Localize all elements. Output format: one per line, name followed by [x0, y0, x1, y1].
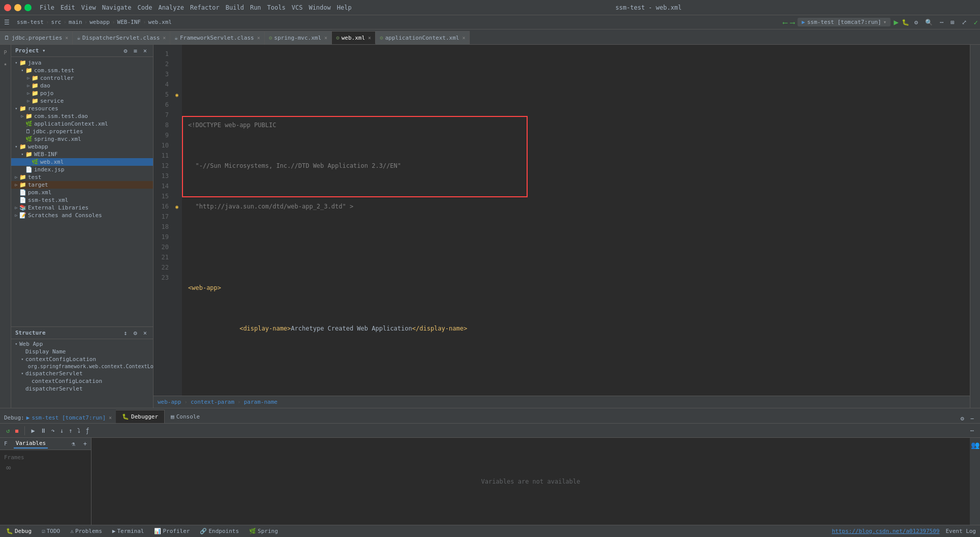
project-hide-icon[interactable]: × [141, 46, 149, 55]
bottom-tab-spring[interactable]: 🌿 Spring [247, 527, 280, 535]
breadcrumb-webinf[interactable]: WEB-INF [117, 19, 141, 25]
bottom-tab-profiler[interactable]: 📊 Profiler [152, 527, 192, 535]
debug-more-icon[interactable]: ⋯ [968, 426, 976, 435]
arrow-java[interactable]: ▾ [13, 61, 19, 65]
arrow-webinf[interactable]: ▾ [19, 152, 25, 157]
tree-webapp[interactable]: ▾ 📁 webapp [11, 143, 153, 151]
tree-appcontextxml[interactable]: ▷ 🌿 applicationContext.xml [11, 120, 153, 128]
struct-contextloaderlistener[interactable]: ▷ org.springframework.web.context.Contex… [11, 363, 153, 370]
fold-icon-5[interactable]: ◉ [175, 92, 178, 98]
project-vert-tab[interactable]: P [1, 47, 11, 57]
struct-dispatcher2[interactable]: ▷ dispatcherServlet [11, 385, 153, 393]
menu-run[interactable]: Run [250, 4, 261, 11]
menu-window[interactable]: Window [309, 4, 330, 11]
tree-scratches[interactable]: ▷ 📝 Scratches and Consoles [11, 212, 153, 219]
menu-analyze[interactable]: Analyze [158, 4, 184, 11]
arrow-comssmdao[interactable]: ▷ [19, 114, 25, 118]
debug-minimize-icon[interactable]: − [968, 414, 976, 423]
struct-dispatcher[interactable]: ▾ dispatcherServlet [11, 370, 153, 377]
arrow-resources[interactable]: ▾ [13, 106, 19, 111]
tree-target[interactable]: ▷ 📁 target [11, 181, 153, 189]
status-param-name[interactable]: param-name [244, 399, 278, 405]
stop-btn[interactable]: ◼ [13, 426, 20, 435]
code-inner[interactable]: 1 2 3 4 5 6 7 8 9 10 11 12 13 14 15 16 1 [154, 45, 970, 396]
tab-framework-close[interactable]: × [257, 35, 260, 41]
struct-contextconfig2[interactable]: ▷ contextConfigLocation [11, 377, 153, 385]
tree-dao[interactable]: ▷ 📁 dao [11, 82, 153, 90]
menu-code[interactable]: Code [138, 4, 152, 11]
debug-filter-icon[interactable]: ⚗ [70, 439, 77, 449]
bottom-tab-endpoints[interactable]: 🔗 Endpoints [198, 527, 241, 535]
status-webapp[interactable]: web-app [158, 399, 181, 405]
breadcrumb-main[interactable]: main [69, 19, 82, 25]
debug-settings-icon[interactable]: ⚙ [959, 414, 966, 423]
tree-jdbcprop[interactable]: ▷ 🗒 jdbc.properties [11, 128, 153, 135]
menu-build[interactable]: Build [226, 4, 244, 11]
debug-f-tab[interactable]: F [2, 439, 10, 448]
tab-jdbc[interactable]: 🗒 jdbc.properties × [0, 31, 73, 44]
debug-close[interactable]: × [109, 415, 112, 421]
structure-sort-icon[interactable]: ↕ [121, 329, 129, 338]
project-settings-icon[interactable]: ⚙ [121, 46, 129, 55]
code-editor[interactable]: <!DOCTYPE web-app PUBLIC "-//Sun Microsy… [182, 45, 970, 396]
bottom-tab-problems[interactable]: ⚠ Problems [68, 527, 104, 535]
pause-btn[interactable]: ⏸ [38, 426, 48, 435]
tree-webinf[interactable]: ▾ 📁 WEB-INF [11, 151, 153, 158]
code-line-3[interactable]: "http://java.sun.com/dtd/web-app_2_3.dtd… [188, 201, 964, 212]
arrow-struct-webapp[interactable]: ▾ [13, 342, 19, 346]
arrow-scratches[interactable]: ▷ [13, 213, 19, 218]
project-collapse-icon[interactable]: ≡ [132, 46, 139, 55]
fold-icon-16[interactable]: ◉ [175, 204, 178, 210]
expand-icon[interactable]: ⤢ [960, 18, 969, 27]
tree-service[interactable]: ▷ 📁 service [11, 97, 153, 105]
tree-resources[interactable]: ▾ 📁 resources [11, 105, 153, 112]
code-line-5[interactable]: <web-app> [188, 283, 964, 293]
run-config-selector[interactable]: ▶ ssm-test [tomcat7:run] ▾ [798, 18, 891, 26]
tab-jdbc-close[interactable]: × [65, 35, 68, 41]
tree-controller[interactable]: ▷ 📁 controller [11, 74, 153, 82]
arrow-target[interactable]: ▷ [13, 183, 19, 187]
bottom-tab-debug[interactable]: 🐛 Debug [4, 527, 34, 535]
minimize-button[interactable] [14, 4, 21, 11]
debug-tab-debugger[interactable]: 🐛 Debugger [116, 410, 165, 423]
menu-edit[interactable]: Edit [60, 4, 75, 11]
structure-hide-icon[interactable]: × [141, 329, 149, 338]
tree-test[interactable]: ▷ 📁 test [11, 173, 153, 181]
debug-button[interactable]: 🐛 [902, 19, 909, 26]
code-line-1[interactable]: <!DOCTYPE web-app PUBLIC [188, 120, 964, 130]
menu-vcs[interactable]: VCS [292, 4, 303, 11]
tab-springmvc[interactable]: ⚙ spring-mvc.xml × [265, 31, 332, 44]
run-button[interactable]: ▶ [894, 17, 899, 27]
tab-dispatcher-close[interactable]: × [163, 35, 166, 41]
debug-variables-tab[interactable]: Variables [14, 439, 48, 449]
close-button[interactable] [4, 4, 11, 11]
search-icon[interactable]: 🔍 [923, 18, 935, 27]
tree-webxml[interactable]: ▷ 🌿 web.xml [11, 158, 153, 166]
tab-dispatcher[interactable]: ☕ DispatcherServlet.class × [73, 31, 170, 44]
breadcrumb-ssm-test[interactable]: ssm-test [17, 19, 44, 25]
tree-extlibs[interactable]: ▷ 📚 External Libraries [11, 204, 153, 212]
bottom-tab-todo[interactable]: ☑ TODO [40, 527, 62, 535]
arrow-service[interactable]: ▷ [25, 99, 32, 103]
resume-btn[interactable]: ▶ [29, 426, 37, 435]
tab-appcontext[interactable]: ⚙ applicationContext.xml × [376, 31, 470, 44]
tree-java[interactable]: ▾ 📁 java [11, 59, 153, 67]
restart-btn[interactable]: ↺ [4, 426, 12, 435]
tree-springmvcxml[interactable]: ▷ 🌿 spring-mvc.xml [11, 135, 153, 143]
tab-webxml[interactable]: ⚙ web.xml × [332, 31, 376, 44]
menu-refactor[interactable]: Refactor [190, 4, 220, 11]
structure-settings-icon[interactable]: ⚙ [132, 329, 139, 338]
tree-indexjsp[interactable]: ▷ 📄 index.jsp [11, 166, 153, 173]
layout-icon[interactable]: ⊞ [948, 18, 956, 27]
users-icon[interactable]: 👥 [969, 440, 981, 450]
breadcrumb-src[interactable]: src [51, 19, 62, 25]
step-out-btn[interactable]: ↑ [67, 426, 74, 435]
settings-icon[interactable]: ⚙ [912, 18, 920, 27]
arrow-struct-dispatcher[interactable]: ▾ [19, 371, 25, 376]
arrow-webapp[interactable]: ▾ [13, 144, 19, 149]
breadcrumb-webapp[interactable]: webapp [89, 19, 110, 25]
breadcrumb-webxml[interactable]: web.xml [148, 19, 172, 25]
code-line-2[interactable]: "-//Sun Microsystems, Inc.//DTD Web Appl… [188, 161, 964, 171]
arrow-comssm[interactable]: ▾ [19, 68, 25, 73]
tree-comssm[interactable]: ▾ 📁 com.ssm.test [11, 67, 153, 74]
